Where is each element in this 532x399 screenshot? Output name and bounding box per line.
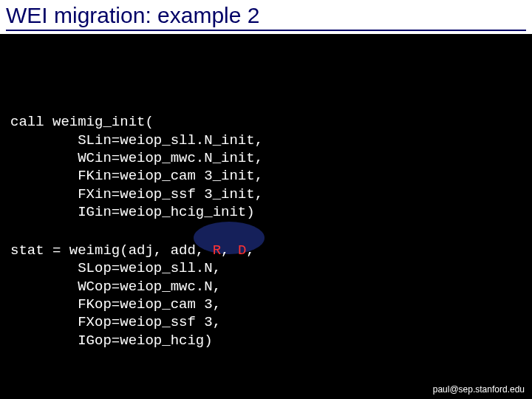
code-line: IGop=weiop_hcig) — [10, 332, 213, 349]
code-line: SLop=weiop_sll.N, — [10, 260, 221, 276]
title-bar: WEI migration: example 2 — [0, 0, 532, 34]
slide-title: WEI migration: example 2 — [6, 3, 526, 31]
code-line: SLin=weiop_sll.N_init, — [10, 132, 263, 149]
code-frag: , — [246, 242, 254, 259]
code-text: call weimig_init( SLin=weiop_sll.N_init,… — [10, 95, 522, 349]
code-line: WCin=weiop_mwc.N_init, — [10, 150, 263, 166]
footer-contact: paul@sep.stanford.edu — [433, 384, 525, 395]
code-area: call weimig_init( SLin=weiop_sll.N_init,… — [0, 34, 532, 375]
code-line: WCop=weiop_mwc.N, — [10, 279, 221, 295]
code-frag: stat = weimig(adj, add, — [10, 242, 213, 259]
highlight-R: R — [213, 242, 221, 259]
code-frag: , — [221, 242, 238, 259]
code-line: FXop=weiop_ssf 3, — [10, 314, 221, 330]
code-line: FKin=weiop_cam 3_init, — [10, 168, 263, 184]
code-line: IGin=weiop_hcig_init) — [10, 204, 255, 220]
code-block-2: stat = weimig(adj, add, R, D, SLop=weiop… — [10, 242, 522, 349]
code-line: FKop=weiop_cam 3, — [10, 296, 221, 313]
code-line: call weimig_init( — [10, 114, 154, 130]
highlight-D: D — [238, 242, 246, 259]
code-line: FXin=weiop_ssf 3_init, — [10, 186, 263, 202]
